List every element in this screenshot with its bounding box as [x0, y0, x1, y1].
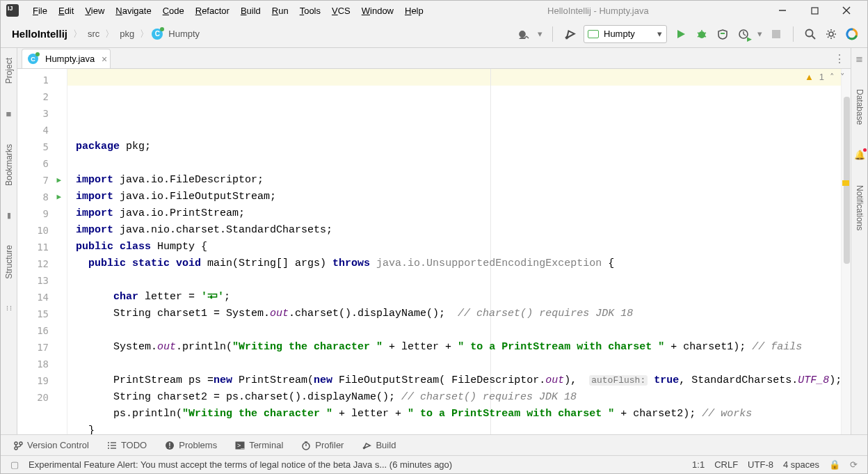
tool-notifications[interactable]: Notifications	[855, 181, 865, 235]
editor-tab[interactable]: C Humpty.java ×	[22, 49, 111, 68]
code-line[interactable]	[76, 155, 851, 172]
settings-button[interactable]	[824, 27, 838, 41]
svg-line-16	[812, 35, 816, 39]
code-area[interactable]: package pkg; import java.io.FileDescript…	[67, 69, 851, 434]
menu-vcs[interactable]: VCS	[326, 4, 356, 17]
menu-edit[interactable]: Edit	[53, 4, 79, 17]
lock-icon[interactable]: 🔒	[829, 459, 840, 470]
line-number[interactable]: 5	[17, 139, 63, 155]
profile-button[interactable]: ▶	[737, 27, 750, 41]
menu-code[interactable]: Code	[157, 4, 190, 17]
run-config-combo[interactable]: Humpty ▾	[584, 25, 667, 43]
status-indent[interactable]: 4 spaces	[783, 459, 819, 470]
code-line[interactable]: public class Humpty {	[76, 239, 851, 255]
run-gutter-icon[interactable]: ▶	[56, 189, 61, 205]
line-number[interactable]: 15	[17, 306, 63, 322]
line-number[interactable]: 20	[17, 389, 63, 406]
minimize-button[interactable]	[767, 1, 798, 20]
code-line[interactable]: package pkg;	[76, 139, 851, 155]
chevron-down-icon[interactable]: ˅	[840, 72, 845, 82]
menu-tools[interactable]: Tools	[294, 4, 326, 17]
code-line[interactable]: PrintStream ps =new PrintStream(new File…	[76, 372, 851, 389]
menu-view[interactable]: View	[79, 4, 110, 17]
menu-window[interactable]: Window	[356, 4, 399, 17]
left-gutter: Project ■ Bookmarks ▮ Structure ⫶⫶	[1, 48, 17, 434]
breadcrumb-root[interactable]: HelloIntellij	[9, 26, 70, 41]
menu-build[interactable]: Build	[235, 4, 266, 17]
line-number[interactable]: 7▶	[17, 172, 63, 189]
bottom-tab-todo[interactable]: TODO	[107, 440, 147, 450]
editor[interactable]: 1234567▶8▶91011121314151617181920 packag…	[17, 69, 851, 434]
menu-navigate[interactable]: Navigate	[110, 4, 156, 17]
code-line[interactable]: import java.io.FileDescriptor;	[76, 172, 851, 189]
line-number[interactable]: 10	[17, 222, 63, 239]
code-line[interactable]: public static void main(String[] args) t…	[76, 255, 851, 272]
code-line[interactable]: ps.println("Writing the character " + le…	[76, 406, 851, 422]
code-line[interactable]	[76, 272, 851, 289]
jetbrains-icon[interactable]	[845, 27, 859, 41]
line-number[interactable]: 11	[17, 239, 63, 255]
line-number[interactable]: 2	[17, 88, 63, 105]
sync-icon[interactable]: ⟳	[850, 459, 858, 470]
line-number[interactable]: 14	[17, 289, 63, 306]
status-encoding[interactable]: UTF-8	[748, 459, 773, 470]
debug-button[interactable]	[695, 27, 709, 41]
code-with-me-icon[interactable]	[517, 27, 531, 41]
code-line[interactable]: }	[76, 422, 851, 434]
bottom-tab-terminal[interactable]: >_Terminal	[235, 440, 283, 450]
breadcrumb-class[interactable]: Humpty	[166, 27, 202, 40]
bottom-tab-profiler[interactable]: Profiler	[301, 440, 344, 450]
tab-menu-icon[interactable]: ⋮	[834, 52, 845, 65]
search-button[interactable]	[803, 27, 817, 41]
tool-project[interactable]: Project	[4, 54, 14, 88]
breadcrumb-src[interactable]: src	[85, 27, 102, 40]
maximize-button[interactable]	[799, 1, 830, 20]
line-number[interactable]: 3	[17, 105, 63, 122]
code-line[interactable]: import java.nio.charset.StandardCharsets…	[76, 222, 851, 239]
code-line[interactable]	[76, 322, 851, 339]
code-line[interactable]: String charset2 = ps.charset().displayNa…	[76, 389, 851, 406]
line-number[interactable]: 9	[17, 205, 63, 222]
tool-structure[interactable]: Structure	[4, 241, 14, 283]
tool-bookmarks[interactable]: Bookmarks	[4, 140, 14, 190]
line-number[interactable]: 8▶	[17, 189, 63, 205]
status-caret[interactable]: 1:1	[692, 459, 705, 470]
scroll-warning-marker[interactable]	[842, 180, 849, 186]
code-line[interactable]: char letter = '⮒';	[76, 289, 851, 306]
line-number[interactable]: 4	[17, 122, 63, 139]
line-number[interactable]: 17	[17, 339, 63, 356]
line-number[interactable]: 1	[17, 72, 63, 88]
stop-button[interactable]	[769, 27, 783, 41]
code-line[interactable]: System.out.println("Writing the characte…	[76, 339, 851, 356]
menu-file[interactable]: File	[27, 4, 53, 17]
run-gutter-icon[interactable]: ▶	[56, 172, 61, 189]
tool-database[interactable]: Database	[855, 85, 865, 129]
breadcrumb-pkg[interactable]: pkg	[117, 27, 137, 40]
line-number[interactable]: 16	[17, 322, 63, 339]
inspection-widget[interactable]: ▲ 1 ˄ ˅	[805, 72, 845, 82]
bottom-tab-version-control[interactable]: Version Control	[13, 440, 89, 450]
line-number[interactable]: 12	[17, 255, 63, 272]
bottom-tab-problems[interactable]: !Problems	[165, 440, 217, 450]
run-button[interactable]	[674, 27, 688, 41]
code-line[interactable]: String charset1 = System.out.charset().d…	[76, 306, 851, 322]
code-line[interactable]: import java.io.FileOutputStream;	[76, 189, 851, 205]
menu-refactor[interactable]: Refactor	[190, 4, 235, 17]
line-number[interactable]: 13	[17, 272, 63, 289]
line-number[interactable]: 6	[17, 155, 63, 172]
close-button[interactable]	[831, 1, 862, 20]
menu-help[interactable]: Help	[399, 4, 429, 17]
status-eol[interactable]: CRLF	[714, 459, 738, 470]
line-number[interactable]: 19	[17, 372, 63, 389]
bottom-tab-build[interactable]: Build	[362, 440, 396, 450]
line-number[interactable]: 18	[17, 356, 63, 372]
code-line[interactable]: import java.io.PrintStream;	[76, 205, 851, 222]
status-toggle-icon[interactable]: ▢	[10, 459, 19, 470]
build-icon[interactable]	[563, 27, 577, 41]
tab-close-icon[interactable]: ×	[102, 54, 107, 65]
menu-run[interactable]: Run	[266, 4, 294, 17]
code-line[interactable]	[76, 356, 851, 372]
chevron-up-icon[interactable]: ˄	[830, 72, 835, 82]
coverage-button[interactable]	[716, 27, 730, 41]
status-message[interactable]: Experimental Feature Alert: You must acc…	[29, 459, 682, 470]
